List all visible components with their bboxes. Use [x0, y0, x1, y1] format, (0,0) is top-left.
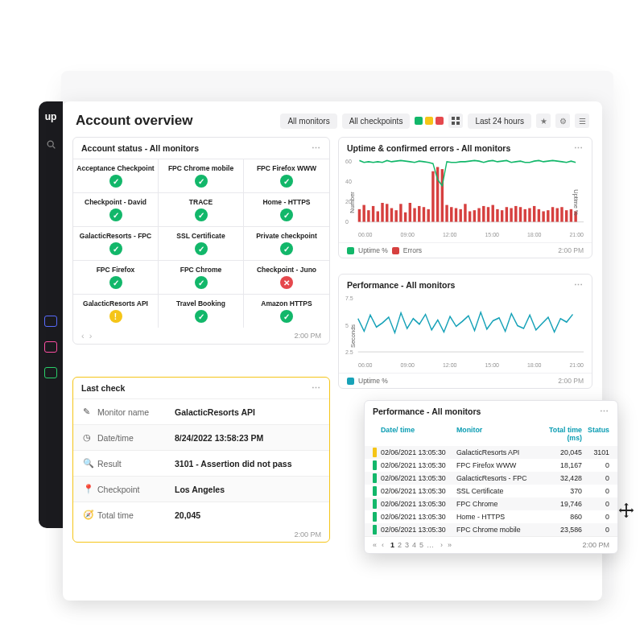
y-axis: 6040200 — [345, 159, 352, 225]
sidebar-badge-green[interactable] — [44, 367, 57, 378]
monitor-cell[interactable]: Private checkpoint — [244, 226, 329, 260]
svg-rect-41 — [514, 206, 517, 222]
gear-icon[interactable]: ⚙ — [555, 114, 570, 128]
legend-errors-swatch — [392, 247, 399, 254]
page-title: Account overview — [76, 113, 275, 129]
svg-rect-25 — [441, 169, 444, 221]
square-ok[interactable] — [415, 117, 423, 125]
gauge-icon: 🧭 — [83, 510, 97, 520]
svg-rect-37 — [496, 209, 498, 222]
monitor-cell[interactable]: TRACE — [159, 192, 244, 226]
timestamp: 2:00 PM — [558, 246, 584, 254]
col-total[interactable]: Total time (ms) — [537, 426, 582, 442]
svg-rect-51 — [560, 207, 563, 221]
star-icon[interactable]: ★ — [536, 114, 551, 128]
svg-rect-8 — [362, 205, 365, 222]
svg-rect-31 — [469, 211, 471, 221]
monitor-cell[interactable]: Checkpoint - David — [73, 192, 159, 226]
search-icon[interactable] — [43, 137, 58, 151]
svg-rect-34 — [482, 206, 485, 222]
svg-rect-14 — [390, 208, 393, 222]
col-monitor[interactable]: Monitor — [456, 426, 537, 442]
sidebar-badge-pink[interactable] — [44, 341, 57, 353]
monitor-cell[interactable]: Checkpoint - Juno — [244, 260, 329, 294]
account-status-card: Account status - All monitors⋯ Acceptanc… — [72, 137, 330, 345]
svg-rect-23 — [431, 171, 434, 222]
next-page-icon[interactable]: › — [440, 541, 443, 549]
svg-rect-30 — [464, 204, 466, 221]
monitor-cell[interactable]: FPC Firefox WWW — [244, 159, 329, 192]
svg-rect-4 — [452, 122, 455, 125]
col-datetime[interactable]: Date/ time — [381, 426, 456, 442]
move-cursor-icon — [617, 502, 635, 519]
sidebar-badge-blue[interactable] — [44, 316, 57, 327]
row-monitor-name: ✎Monitor nameGalacticResorts API — [73, 398, 329, 424]
table-row[interactable]: 02/06/2021 13:05:30SSL Certificate3700 — [365, 485, 617, 497]
monitor-cell[interactable]: FPC Chrome mobile — [159, 159, 244, 192]
monitor-cell[interactable]: GalacticResorts API — [73, 294, 159, 328]
monitor-cell[interactable]: Home - HTTPS — [244, 192, 329, 226]
page-5[interactable]: 5 — [419, 541, 423, 549]
first-page-icon[interactable]: « — [373, 541, 377, 549]
filter-monitors[interactable]: All monitors — [280, 114, 336, 129]
svg-rect-26 — [445, 205, 448, 222]
svg-rect-35 — [487, 207, 489, 221]
monitor-cell[interactable]: GalacticResorts - FPC — [73, 226, 159, 260]
table-row[interactable]: 02/06/2021 13:05:30FPC Firefox WWW18,167… — [365, 459, 617, 472]
table-row[interactable]: 02/06/2021 13:05:30FPC Chrome mobile23,5… — [365, 523, 617, 536]
svg-rect-38 — [501, 210, 503, 221]
filter-checkpoints[interactable]: All checkpoints — [342, 114, 411, 129]
svg-rect-33 — [477, 208, 480, 222]
prev-page-icon[interactable]: ‹ — [382, 541, 384, 549]
table-row[interactable]: 02/06/2021 13:05:30GalacticResorts API20… — [365, 446, 617, 459]
timerange[interactable]: Last 24 hours — [468, 114, 531, 129]
monitor-cell[interactable]: SSL Certificate — [159, 226, 244, 260]
timestamp: 2:00 PM — [294, 530, 321, 539]
page-1[interactable]: 1 — [390, 541, 394, 549]
row-checkpoint: 📍CheckpointLos Angeles — [73, 476, 329, 502]
monitor-cell[interactable]: Travel Booking — [159, 294, 244, 328]
prev-page-icon[interactable]: ‹ — [81, 331, 85, 341]
page-…[interactable]: … — [427, 541, 434, 549]
legend-uptime-swatch — [347, 247, 354, 254]
square-warn[interactable] — [425, 117, 433, 125]
grid-view-icon[interactable] — [448, 114, 463, 128]
sidebar: up — [39, 101, 63, 528]
col-status[interactable]: Status — [582, 426, 609, 442]
status-grid: Acceptance CheckpointFPC Chrome mobileFP… — [73, 159, 329, 328]
more-icon[interactable]: ⋯ — [312, 383, 321, 393]
page-2[interactable]: 2 — [398, 541, 402, 549]
more-icon[interactable]: ⋯ — [312, 143, 321, 153]
more-icon[interactable]: ⋯ — [600, 407, 609, 416]
svg-point-0 — [47, 141, 53, 147]
status-filter-squares[interactable] — [415, 117, 444, 125]
svg-rect-12 — [381, 203, 383, 222]
monitor-cell[interactable]: FPC Chrome — [159, 260, 244, 294]
monitor-cell[interactable]: Acceptance Checkpoint — [73, 159, 159, 192]
legend-perf-swatch — [347, 378, 354, 385]
svg-rect-28 — [455, 208, 457, 222]
svg-rect-39 — [506, 207, 508, 221]
svg-rect-27 — [450, 207, 452, 221]
page-3[interactable]: 3 — [405, 541, 409, 549]
last-check-card: Last check⋯ ✎Monitor nameGalacticResorts… — [72, 377, 330, 543]
table-row[interactable]: 02/06/2021 13:05:30FPC Chrome19,7460 — [365, 497, 617, 510]
monitor-cell[interactable]: Amazon HTTPS — [244, 294, 329, 328]
more-icon[interactable]: ⋯ — [574, 143, 584, 153]
table-row[interactable]: 02/06/2021 13:05:30GalacticResorts - FPC… — [365, 472, 617, 485]
perf-title: Performance - All monitors — [347, 280, 455, 290]
svg-rect-44 — [528, 208, 530, 222]
page-4[interactable]: 4 — [412, 541, 416, 549]
svg-line-1 — [52, 146, 55, 148]
svg-rect-15 — [394, 210, 397, 221]
last-check-title: Last check — [81, 383, 125, 393]
more-icon[interactable]: ⋯ — [574, 280, 584, 290]
table-row[interactable]: 02/06/2021 13:05:30Home - HTTPS8600 — [365, 510, 617, 523]
last-page-icon[interactable]: » — [448, 541, 452, 549]
uptime-card: Uptime & confirmed errors - All monitors… — [338, 137, 592, 258]
monitor-cell[interactable]: FPC Firefox — [73, 260, 159, 294]
list-icon[interactable]: ☰ — [575, 114, 589, 128]
svg-rect-32 — [473, 210, 476, 221]
square-err[interactable] — [436, 117, 444, 125]
next-page-icon[interactable]: › — [89, 331, 93, 341]
